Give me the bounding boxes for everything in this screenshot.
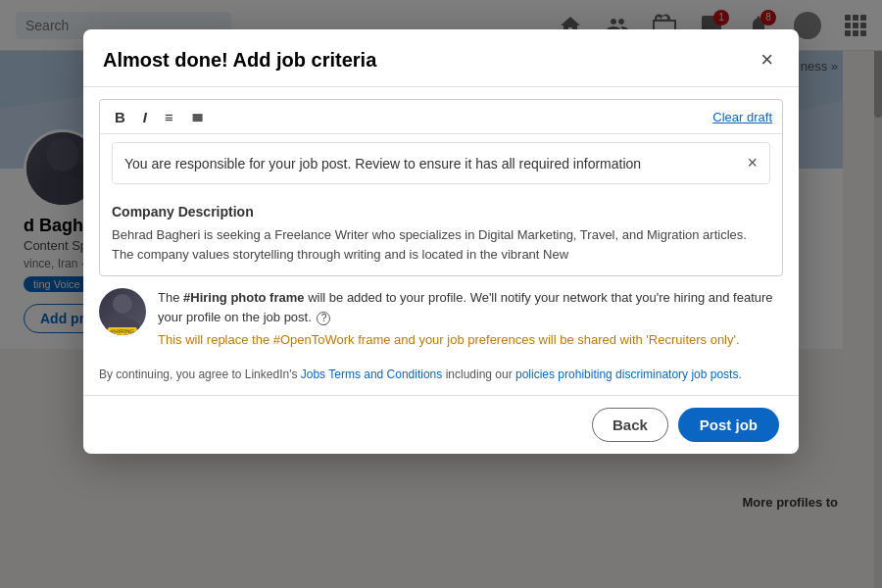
modal-header: Almost done! Add job criteria × xyxy=(83,29,799,87)
clear-draft-button[interactable]: Clear draft xyxy=(712,110,772,124)
hiring-info-text: The #Hiring photo frame will be added to… xyxy=(158,288,783,350)
hiring-badge: #HIRING xyxy=(108,327,137,335)
modal-overlay: Almost done! Add job criteria × B I ≡ ≣ … xyxy=(0,0,882,588)
company-description-body: Behrad Bagheri is seeking a Freelance Wr… xyxy=(112,225,770,264)
terms-suffix: . xyxy=(738,368,741,381)
editor-toolbar: B I ≡ ≣ Clear draft xyxy=(100,100,782,134)
modal-title: Almost done! Add job criteria xyxy=(103,49,376,72)
unordered-list-button[interactable]: ≡ xyxy=(160,107,178,127)
post-job-button[interactable]: Post job xyxy=(678,408,779,442)
editor-warning: You are responsible for your job post. R… xyxy=(112,142,770,184)
modal-footer: Back Post job xyxy=(83,395,799,454)
svg-point-5 xyxy=(113,294,132,314)
terms-middle: including our xyxy=(442,368,515,381)
warning-close-button[interactable]: × xyxy=(747,153,758,173)
terms-link-2[interactable]: policies prohibiting discriminatory job … xyxy=(515,368,738,381)
italic-button[interactable]: I xyxy=(138,107,152,127)
terms-link-1[interactable]: Jobs Terms and Conditions xyxy=(301,368,443,381)
back-button[interactable]: Back xyxy=(592,408,668,442)
editor-container: B I ≡ ≣ Clear draft You are responsible … xyxy=(99,99,783,276)
warning-text: You are responsible for your job post. R… xyxy=(124,156,641,172)
user-avatar-hiring: #HIRING xyxy=(99,288,146,335)
help-icon[interactable]: ? xyxy=(317,312,330,325)
close-button[interactable]: × xyxy=(755,45,779,74)
ordered-list-button[interactable]: ≣ xyxy=(186,106,209,127)
hiring-main-text: The #Hiring photo frame will be added to… xyxy=(158,290,773,324)
terms-prefix: By continuing, you agree to LinkedIn's xyxy=(99,368,301,381)
bold-button[interactable]: B xyxy=(110,107,130,127)
add-job-criteria-modal: Almost done! Add job criteria × B I ≡ ≣ … xyxy=(83,29,799,454)
modal-terms: By continuing, you agree to LinkedIn's J… xyxy=(83,362,799,395)
company-description-title: Company Description xyxy=(112,204,770,220)
editor-content[interactable]: Company Description Behrad Bagheri is se… xyxy=(100,192,782,275)
hiring-replace-text: This will replace the #OpenToWork frame … xyxy=(158,330,783,350)
hiring-hashtag: #Hiring photo frame xyxy=(183,290,305,305)
hiring-info-section: #HIRING The #Hiring photo frame will be … xyxy=(83,276,799,362)
